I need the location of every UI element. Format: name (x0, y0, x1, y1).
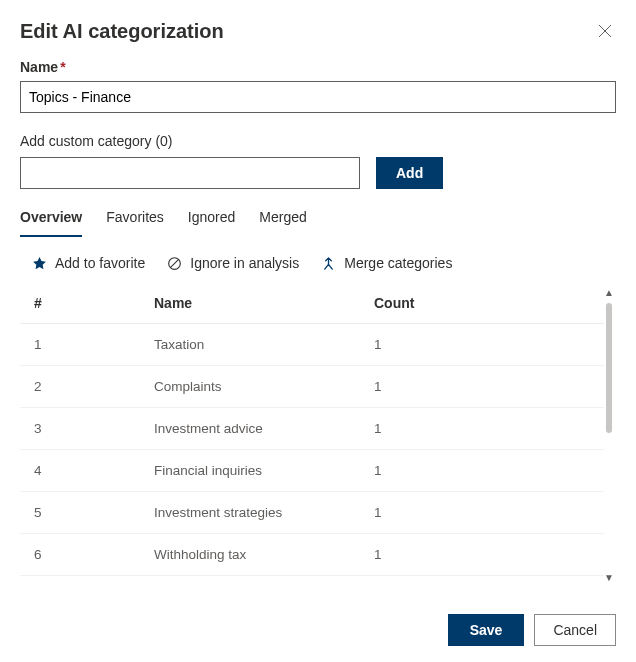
cell-name: Investment advice (140, 408, 360, 450)
scroll-thumb[interactable] (606, 303, 612, 433)
scroll-up-arrow[interactable]: ▲ (604, 285, 614, 300)
categories-table: # Name Count 1Taxation12Complaints13Inve… (20, 285, 604, 576)
save-button[interactable]: Save (448, 614, 525, 646)
table-row[interactable]: 5Investment strategies1 (20, 492, 604, 534)
col-header-count[interactable]: Count (360, 285, 604, 324)
table-row[interactable]: 3Investment advice1 (20, 408, 604, 450)
cell-count: 1 (360, 450, 604, 492)
name-input[interactable] (20, 81, 616, 113)
cell-index: 4 (20, 450, 140, 492)
add-custom-category-label: Add custom category (0) (20, 133, 616, 149)
row-actions: Add to favorite Ignore in analysis Merge… (20, 237, 616, 285)
add-to-favorite-action[interactable]: Add to favorite (32, 255, 145, 271)
cell-count: 1 (360, 492, 604, 534)
close-icon (598, 24, 612, 38)
scrollbar[interactable]: ▲ ▼ (602, 285, 616, 585)
name-label: Name* (20, 59, 616, 75)
cell-name: Taxation (140, 324, 360, 366)
table-row[interactable]: 2Complaints1 (20, 366, 604, 408)
star-icon (32, 256, 47, 271)
cell-index: 3 (20, 408, 140, 450)
tabs: Overview Favorites Ignored Merged (20, 201, 616, 237)
table-row[interactable]: 6Withholding tax1 (20, 534, 604, 576)
col-header-name[interactable]: Name (140, 285, 360, 324)
svg-line-1 (171, 259, 179, 267)
ban-icon (167, 256, 182, 271)
cell-count: 1 (360, 534, 604, 576)
merge-icon (321, 256, 336, 271)
cell-count: 1 (360, 408, 604, 450)
scroll-down-arrow[interactable]: ▼ (604, 570, 614, 585)
action-label: Merge categories (344, 255, 452, 271)
merge-categories-action[interactable]: Merge categories (321, 255, 452, 271)
table-row[interactable]: 4Financial inquiries1 (20, 450, 604, 492)
action-label: Ignore in analysis (190, 255, 299, 271)
cell-name: Withholding tax (140, 534, 360, 576)
cell-count: 1 (360, 324, 604, 366)
cell-index: 2 (20, 366, 140, 408)
tab-favorites[interactable]: Favorites (106, 201, 164, 237)
custom-category-input[interactable] (20, 157, 360, 189)
col-header-index[interactable]: # (20, 285, 140, 324)
add-button[interactable]: Add (376, 157, 443, 189)
action-label: Add to favorite (55, 255, 145, 271)
cell-index: 5 (20, 492, 140, 534)
cell-count: 1 (360, 366, 604, 408)
table-row[interactable]: 1Taxation1 (20, 324, 604, 366)
cell-index: 6 (20, 534, 140, 576)
tab-ignored[interactable]: Ignored (188, 201, 235, 237)
cancel-button[interactable]: Cancel (534, 614, 616, 646)
ignore-in-analysis-action[interactable]: Ignore in analysis (167, 255, 299, 271)
cell-name: Investment strategies (140, 492, 360, 534)
cell-name: Complaints (140, 366, 360, 408)
dialog-title: Edit AI categorization (20, 20, 224, 43)
cell-index: 1 (20, 324, 140, 366)
tab-overview[interactable]: Overview (20, 201, 82, 237)
close-button[interactable] (594, 20, 616, 42)
required-marker: * (60, 59, 65, 75)
cell-name: Financial inquiries (140, 450, 360, 492)
tab-merged[interactable]: Merged (259, 201, 306, 237)
